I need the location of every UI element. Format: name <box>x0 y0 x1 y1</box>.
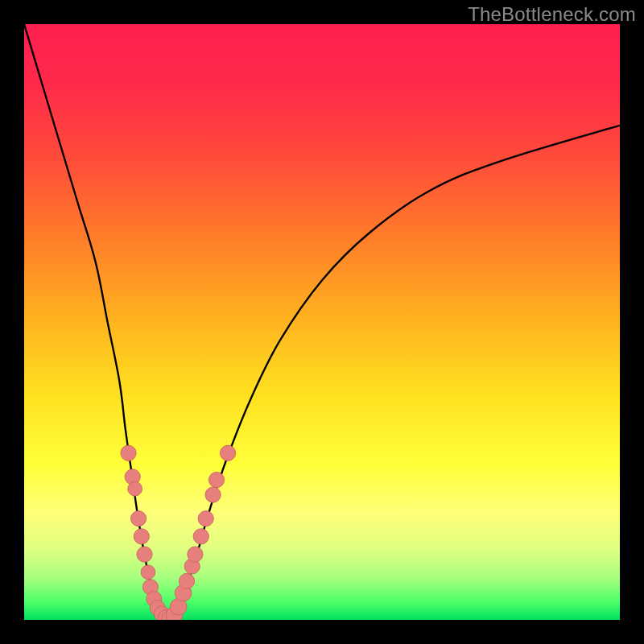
right-curve <box>167 126 620 620</box>
data-dot <box>198 511 213 526</box>
plot-area <box>24 24 620 620</box>
data-dot <box>128 481 142 496</box>
data-dot <box>137 547 152 562</box>
data-dot <box>121 445 136 460</box>
data-dot <box>208 472 224 487</box>
data-dot <box>188 547 203 562</box>
chart-frame: TheBottleneck.com <box>0 0 644 644</box>
data-dot <box>141 565 155 580</box>
data-dot <box>205 487 221 502</box>
data-dots <box>121 445 236 620</box>
data-dot <box>130 511 146 526</box>
curve-layer <box>24 24 620 620</box>
data-dot <box>179 573 194 588</box>
data-dot <box>193 529 208 544</box>
watermark-text: TheBottleneck.com <box>468 3 636 26</box>
data-dot <box>220 445 235 460</box>
data-dot <box>134 529 149 544</box>
